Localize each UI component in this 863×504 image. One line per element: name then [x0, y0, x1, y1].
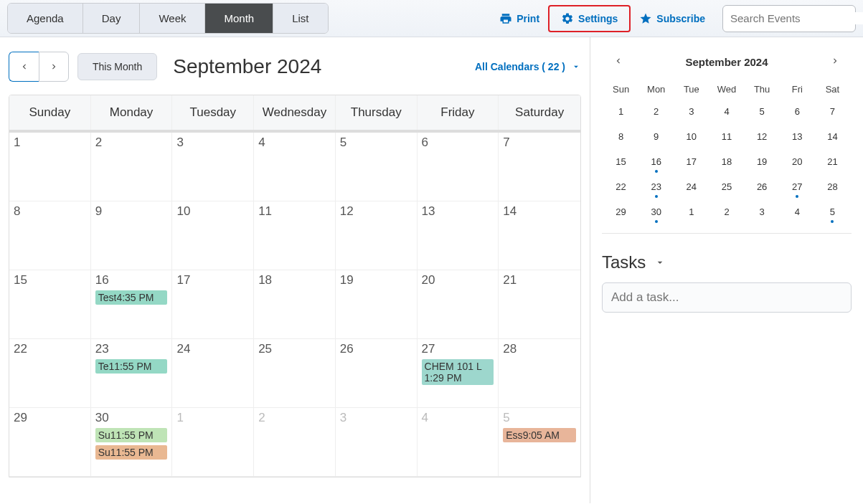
this-month-button[interactable]: This Month [77, 53, 157, 80]
event-chip[interactable]: Su11:55 PM [95, 445, 168, 460]
mini-day[interactable]: 19 [748, 153, 777, 170]
print-button[interactable]: Print [491, 8, 548, 29]
event-chip[interactable]: CHEM 101 L1:29 PM [422, 359, 494, 385]
day-cell[interactable]: 7 [499, 133, 580, 201]
day-cell[interactable]: 10 [172, 201, 254, 270]
task-input[interactable] [602, 282, 852, 313]
mini-day[interactable]: 5 [818, 204, 847, 220]
mini-day[interactable]: 17 [676, 153, 706, 170]
event-chip[interactable]: Te11:55 PM [95, 359, 168, 374]
mini-day[interactable]: 4 [712, 103, 741, 120]
mini-day[interactable]: 1 [676, 204, 706, 220]
subscribe-button[interactable]: Subscribe [631, 8, 714, 29]
day-cell[interactable]: 1 [172, 408, 254, 477]
mini-day[interactable]: 25 [712, 179, 741, 195]
mini-day[interactable]: 7 [818, 103, 847, 120]
day-cell[interactable]: 23Te11:55 PM [91, 339, 173, 408]
view-tab-month[interactable]: Month [205, 4, 273, 33]
mini-day[interactable]: 6 [783, 103, 812, 120]
day-cell[interactable]: 25 [254, 339, 336, 408]
mini-day[interactable]: 24 [676, 179, 706, 195]
mini-day[interactable]: 15 [606, 153, 636, 170]
day-cell[interactable]: 9 [91, 201, 173, 270]
day-cell[interactable]: 6 [418, 133, 499, 201]
day-cell[interactable]: 3 [336, 408, 418, 477]
mini-day[interactable]: 21 [818, 153, 847, 170]
mini-day[interactable]: 14 [818, 128, 847, 145]
day-cell[interactable]: 4 [254, 133, 336, 201]
prev-month-button[interactable] [9, 52, 39, 82]
mini-day[interactable]: 3 [748, 204, 777, 220]
day-number: 24 [176, 342, 249, 356]
day-cell[interactable]: 20 [418, 270, 499, 339]
mini-weekday-label: Thu [748, 84, 777, 95]
day-cell[interactable]: 16Test4:35 PM [91, 270, 173, 339]
view-tabs: AgendaDayWeekMonthList [7, 3, 329, 34]
day-cell[interactable]: 18 [254, 270, 336, 339]
chevron-right-icon [49, 62, 59, 72]
day-cell[interactable]: 15 [9, 270, 91, 339]
view-tab-week[interactable]: Week [140, 4, 205, 33]
day-cell[interactable]: 1 [9, 133, 91, 201]
day-cell[interactable]: 5 [336, 133, 418, 201]
day-cell[interactable]: 11 [254, 201, 336, 270]
day-cell[interactable]: 22 [9, 339, 91, 408]
day-cell[interactable]: 5Ess9:05 AM [499, 408, 580, 477]
day-cell[interactable]: 2 [254, 408, 336, 477]
day-cell[interactable]: 28 [499, 339, 580, 408]
day-cell[interactable]: 17 [172, 270, 254, 339]
mini-day[interactable]: 5 [748, 103, 777, 120]
mini-day[interactable]: 13 [783, 128, 812, 145]
mini-day[interactable]: 3 [676, 103, 706, 120]
mini-day[interactable]: 23 [641, 179, 671, 195]
day-cell[interactable]: 3 [172, 133, 254, 201]
mini-day[interactable]: 29 [606, 204, 636, 220]
mini-day[interactable]: 22 [606, 179, 636, 195]
day-cell[interactable]: 14 [499, 201, 580, 270]
day-cell[interactable]: 27CHEM 101 L1:29 PM [418, 339, 499, 408]
mini-day[interactable]: 26 [748, 179, 777, 195]
mini-day[interactable]: 28 [818, 179, 847, 195]
search-input[interactable] [730, 12, 863, 24]
mini-day[interactable]: 9 [641, 128, 671, 145]
next-month-button[interactable] [39, 52, 69, 82]
tasks-header[interactable]: Tasks [602, 252, 852, 272]
mini-day[interactable]: 8 [606, 128, 636, 145]
day-cell[interactable]: 21 [499, 270, 580, 339]
day-cell[interactable]: 2 [91, 133, 173, 201]
mini-day[interactable]: 20 [783, 153, 812, 170]
mini-day[interactable]: 27 [783, 179, 812, 195]
mini-day[interactable]: 4 [783, 204, 812, 220]
mini-day[interactable]: 12 [748, 128, 777, 145]
mini-day[interactable]: 16 [641, 153, 671, 170]
day-cell[interactable]: 12 [336, 201, 418, 270]
event-chip[interactable]: Su11:55 PM [95, 428, 168, 442]
view-tab-list[interactable]: List [273, 4, 327, 33]
day-cell[interactable]: 24 [172, 339, 254, 408]
search-box[interactable] [722, 5, 856, 32]
mini-day[interactable]: 2 [641, 103, 671, 120]
day-cell[interactable]: 30Su11:55 PMSu11:55 PM [91, 408, 173, 477]
day-cell[interactable]: 29 [9, 408, 91, 477]
mini-prev-button[interactable] [610, 53, 626, 71]
day-cell[interactable]: 4 [418, 408, 499, 477]
mini-day[interactable]: 2 [712, 204, 741, 220]
mini-day[interactable]: 11 [712, 128, 741, 145]
day-cell[interactable]: 19 [336, 270, 418, 339]
day-cell[interactable]: 13 [418, 201, 499, 270]
day-cell[interactable]: 8 [9, 201, 91, 270]
event-chip[interactable]: Test4:35 PM [95, 290, 168, 305]
settings-button[interactable]: Settings [548, 5, 631, 32]
day-cell[interactable]: 26 [336, 339, 418, 408]
mini-day[interactable]: 30 [641, 204, 671, 220]
day-number: 28 [503, 342, 576, 356]
view-tab-day[interactable]: Day [83, 4, 141, 33]
day-number: 22 [14, 342, 86, 356]
view-tab-agenda[interactable]: Agenda [8, 4, 83, 33]
event-chip[interactable]: Ess9:05 AM [503, 428, 576, 442]
mini-day[interactable]: 1 [606, 103, 636, 120]
all-calendars-dropdown[interactable]: All Calendars ( 22 ) [475, 61, 581, 72]
mini-day[interactable]: 10 [676, 128, 706, 145]
mini-day[interactable]: 18 [712, 153, 741, 170]
mini-next-button[interactable] [827, 53, 843, 71]
